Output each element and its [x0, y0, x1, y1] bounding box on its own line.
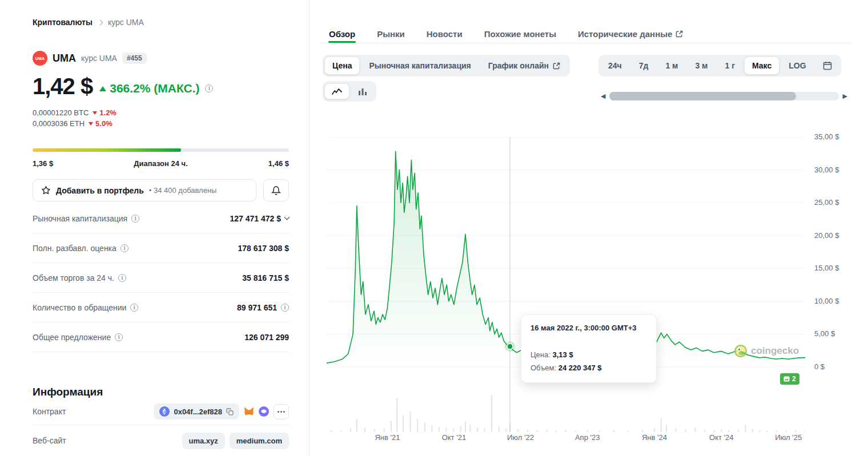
x-axis-label: Янв '24	[642, 433, 667, 442]
price-chart[interactable]	[327, 137, 805, 432]
down-arrow-icon	[89, 122, 93, 126]
x-axis-label: Янв '21	[375, 433, 400, 442]
price-alert-button[interactable]	[263, 179, 289, 201]
bar-chart-icon	[358, 87, 367, 95]
annotations-count: 2	[792, 375, 796, 383]
tooltip-date: 16 мая 2022 г., 3:00:00 GMT+3	[531, 324, 647, 332]
chart-type-bar-button[interactable]	[351, 83, 375, 99]
x-axis-label: Окт '24	[709, 433, 733, 442]
btc-change: 1.2%	[93, 108, 116, 117]
section-tabs: Обзор Рынки Новости Похожие монеты Истор…	[320, 22, 851, 43]
info-icon[interactable]	[131, 215, 139, 223]
contract-address-pill[interactable]: 0x04f...2ef828	[154, 403, 239, 419]
tab-overview[interactable]: Обзор	[328, 22, 356, 43]
coin-price: 1,42 $	[33, 75, 93, 98]
more-options-button[interactable]	[274, 404, 289, 419]
y-axis-label: 20,00 $	[814, 231, 839, 240]
website-link-medium[interactable]: medium.com	[230, 433, 289, 449]
btc-conversion: 0,00001220 BTC 1.2%	[33, 108, 116, 117]
stat-total-supply: Общее предложение 126 071 299	[33, 322, 289, 352]
range-labels: 1,36 $ Диапазон 24 ч. 1,46 $	[33, 159, 289, 168]
chart-scrollbar: ◀ ▶	[601, 90, 847, 102]
x-axis-label: Июл '22	[507, 433, 534, 442]
stat-label: Рыночная капитализация	[33, 214, 127, 223]
range-1m-button[interactable]: 1 м	[657, 57, 686, 75]
add-to-portfolio-button[interactable]: Добавить в портфель • 34 400 добавлены	[33, 179, 256, 201]
range-bar-fill	[33, 148, 181, 152]
scrollbar-thumb[interactable]	[609, 92, 796, 100]
tooltip-price: Цена: 3,13 $	[531, 350, 647, 359]
info-section-title: Информация	[33, 386, 103, 398]
x-axis-label: Июл '25	[775, 433, 802, 442]
stat-label: Количество в обращении	[33, 303, 126, 312]
stat-fdv: Полн. разбавл. оценка 178 617 308 $	[33, 233, 289, 263]
uma-coin-logo: UMA	[33, 51, 47, 66]
info-icon[interactable]	[120, 244, 128, 252]
chart-type-line-button[interactable]	[324, 83, 349, 99]
y-axis-label: 0 $	[814, 362, 825, 371]
copy-icon[interactable]	[226, 408, 234, 415]
tab-historical-data[interactable]: Исторические данные	[577, 22, 684, 43]
range-7d-button[interactable]: 7д	[631, 57, 657, 75]
external-link-icon	[553, 62, 560, 70]
range-1y-button[interactable]: 1 г	[717, 57, 743, 75]
ethereum-icon	[159, 406, 170, 417]
btc-value: 0,00001220 BTC	[33, 108, 89, 117]
chevron-down-icon[interactable]	[284, 215, 290, 220]
tab-news[interactable]: Новости	[426, 22, 463, 43]
coin-stats: Рыночная капитализация 127 471 472 $ Пол…	[33, 204, 289, 352]
contract-label: Контракт	[33, 407, 66, 416]
info-icon[interactable]	[205, 84, 213, 92]
btc-change-text: 1.2%	[99, 108, 116, 117]
external-link-icon	[676, 30, 683, 38]
portfolio-label: Добавить в портфель	[56, 186, 144, 195]
stat-label: Объем торгов за 24 ч.	[33, 273, 114, 283]
stat-market-cap: Рыночная капитализация 127 471 472 $	[33, 204, 289, 233]
stat-value: 178 617 308 $	[238, 244, 289, 253]
tooltip-volume: Объем: 24 220 347 $	[531, 364, 647, 372]
metric-price-button[interactable]: Цена	[324, 57, 360, 75]
metric-marketcap-button[interactable]: Рыночная капитализация	[361, 57, 479, 75]
info-icon[interactable]	[118, 274, 126, 282]
coingecko-uma-page: Криптовалюты курс UMA UMA UMA курс UMA #…	[0, 0, 868, 456]
star-icon	[41, 185, 51, 195]
stat-label: Полн. разбавл. оценка	[33, 244, 116, 253]
scroll-left-arrow[interactable]: ◀	[601, 93, 605, 99]
coin-rank-badge: #455	[122, 53, 147, 64]
range-label: Диапазон 24 ч.	[134, 159, 188, 168]
website-row: Веб-сайт uma.xyz medium.com	[33, 425, 289, 456]
image-icon	[783, 376, 790, 382]
breadcrumb-current: курс UMA	[108, 18, 144, 27]
custom-date-range-button[interactable]	[815, 57, 839, 74]
y-axis-label: 15,00 $	[814, 264, 839, 272]
scrollbar-track[interactable]	[609, 92, 838, 100]
range-max-button[interactable]: Макс	[744, 57, 779, 75]
time-range-toggle: 24ч 7д 1 м 3 м 1 г Макс LOG	[598, 55, 841, 76]
contract-address: 0x04f...2ef828	[174, 407, 222, 416]
price-change-text: 366.2% (МАКС.)	[110, 82, 199, 95]
portfolio-actions: Добавить в портфель • 34 400 добавлены	[33, 179, 289, 201]
price-block: 1,42 $ 366.2% (МАКС.)	[33, 75, 213, 98]
chevron-right-icon	[97, 19, 103, 25]
range-3m-button[interactable]: 3 м	[687, 57, 716, 75]
bell-icon	[271, 185, 281, 196]
metamask-icon[interactable]	[244, 407, 254, 417]
tab-similar-coins[interactable]: Похожие монеты	[484, 22, 557, 43]
info-icon[interactable]	[130, 304, 138, 312]
scroll-right-arrow[interactable]: ▶	[843, 93, 847, 99]
wallet-icon[interactable]	[259, 406, 269, 417]
log-scale-button[interactable]: LOG	[781, 57, 814, 75]
info-icon[interactable]	[115, 333, 123, 341]
x-axis-label: Апр '23	[575, 433, 600, 442]
coingecko-logo-icon	[734, 345, 747, 357]
tab-markets[interactable]: Рынки	[376, 22, 405, 43]
y-axis-label: 25,00 $	[814, 198, 839, 207]
coin-symbol: UMA	[53, 53, 76, 64]
range-24h-button[interactable]: 24ч	[600, 57, 630, 75]
breadcrumb-cryptocurrencies[interactable]: Криптовалюты	[33, 18, 93, 27]
annotations-badge[interactable]: 2	[780, 373, 799, 385]
info-icon[interactable]	[281, 304, 289, 312]
tradingview-chart-button[interactable]: График онлайн	[480, 57, 568, 75]
website-link-uma[interactable]: uma.xyz	[182, 433, 225, 449]
conversion-block: 0,00001220 BTC 1.2% 0,0003036 ETH 5.0%	[33, 108, 116, 128]
